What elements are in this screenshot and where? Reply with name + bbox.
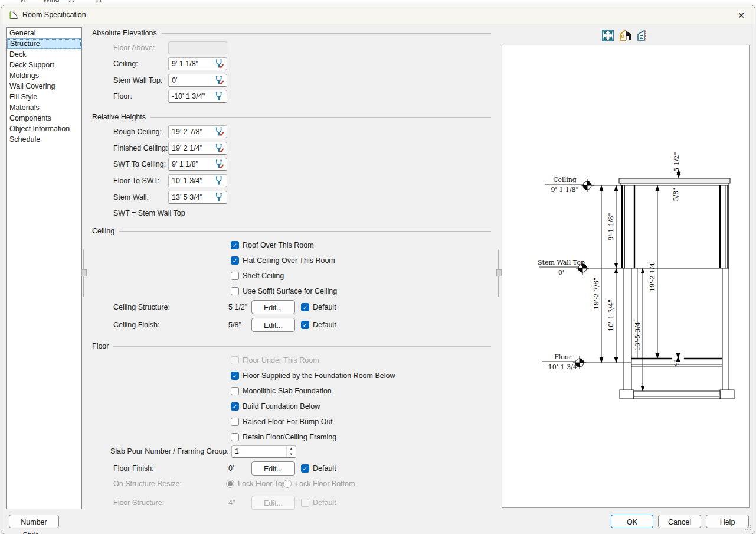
splitter-grip[interactable] — [81, 269, 87, 276]
sidebar-item-object-information[interactable]: Object Information — [7, 123, 81, 134]
floor-structure-value: 4" — [228, 496, 235, 510]
datum-markers — [573, 179, 594, 369]
wrench-default-icon[interactable] — [211, 175, 227, 187]
sidebar-item-fill-style[interactable]: Fill Style — [7, 92, 81, 102]
cancel-button[interactable]: Cancel — [658, 515, 701, 528]
fill-window-icon[interactable] — [601, 28, 615, 43]
slab-pour-number-stepper[interactable]: 1 ▲ ▼ — [231, 445, 296, 458]
dim-rough-ceiling: 19'-2 7/8" — [593, 278, 600, 310]
stem-wall-top-label: Stem Wall Top: — [113, 74, 162, 87]
rough-ceiling-label: Rough Ceiling: — [113, 125, 162, 138]
checkbox-box — [231, 418, 239, 426]
dim-floor-structure: 4" — [673, 360, 679, 367]
ceiling-field[interactable]: 9' 1 1/8" — [168, 57, 227, 70]
checkbox-box: ✓ — [301, 464, 309, 473]
floor-to-swt-field[interactable]: 10' 1 3/4" — [168, 174, 227, 187]
floor-finish-label: Floor Finish: — [113, 461, 154, 476]
datum-floor-name: Floor — [554, 353, 572, 361]
ceiling-structure-default-checkbox[interactable]: ✓Default — [301, 302, 336, 312]
shelf-ceiling-checkbox[interactable]: Shelf Ceiling — [231, 271, 284, 281]
swt-note: SWT = Stem Wall Top — [113, 209, 185, 217]
floor-field[interactable]: -10' 1 3/4" — [168, 90, 227, 103]
menu-fragment: H — [96, 0, 102, 4]
checkbox-box — [231, 287, 239, 295]
floor-structure-default-checkbox: Default — [301, 498, 336, 507]
stem-wall-label: Stem Wall: — [113, 191, 149, 204]
floor-finish-edit-button[interactable]: Edit... — [251, 461, 295, 476]
ceiling-finish-label: Ceiling Finish: — [113, 318, 160, 332]
sidebar-item-moldings[interactable]: Moldings — [7, 70, 81, 81]
help-button[interactable]: Help — [706, 515, 749, 528]
ceiling-structure-label: Ceiling Structure: — [113, 300, 170, 314]
room-specification-screen: Vi Wind A H Room Specification ✕ General… — [0, 0, 756, 534]
ceiling-finish-default-checkbox[interactable]: ✓Default — [301, 320, 336, 330]
group-ceiling: Ceiling — [92, 226, 491, 236]
swt-to-ceiling-field[interactable]: 9' 1 1/8" — [168, 158, 227, 171]
dialog-titlebar[interactable]: Room Specification ✕ — [1, 5, 755, 24]
group-rule — [113, 346, 491, 347]
left-pane-splitter[interactable] — [83, 250, 84, 297]
floor-above-field — [168, 41, 227, 54]
splitter-grip[interactable] — [496, 269, 502, 276]
sidebar-item-wall-covering[interactable]: Wall Covering — [7, 81, 81, 92]
sidebar-item-deck[interactable]: Deck — [7, 49, 81, 60]
ceiling-label: Ceiling: — [113, 57, 138, 70]
ok-button[interactable]: OK — [611, 515, 653, 528]
checkbox-box: ✓ — [231, 256, 239, 265]
close-icon[interactable]: ✕ — [735, 9, 747, 21]
group-rule — [119, 231, 491, 232]
wrench-modified-icon[interactable] — [211, 58, 227, 70]
checkbox-box: ✓ — [301, 303, 309, 311]
stem-wall-field[interactable]: 13' 5 3/4" — [168, 191, 227, 204]
floor-finish-default-checkbox[interactable]: ✓Default — [301, 464, 336, 473]
flat-ceiling-over-this-room-checkbox[interactable]: ✓Flat Ceiling Over This Room — [231, 256, 335, 265]
rough-ceiling-field[interactable]: 19' 2 7/8" — [168, 125, 227, 138]
slab-pour-number-label: Slab Pour Number / Framing Group: — [110, 445, 229, 458]
spin-down-icon[interactable]: ▼ — [287, 452, 296, 458]
dim-swt-to-ceiling: 9'-1 1/8" — [607, 213, 615, 241]
color-toggle-house-icon[interactable] — [618, 28, 633, 43]
checkbox-box — [231, 387, 239, 395]
wrench-default-icon[interactable] — [211, 90, 227, 102]
number-style-button[interactable]: Number Style... — [9, 515, 59, 528]
wrench-modified-icon[interactable] — [211, 158, 227, 170]
dim-ceiling-structure: 5 1/2" — [673, 152, 680, 171]
lock-floor-bottom-label: Lock Floor Bottom — [295, 478, 355, 489]
sidebar-item-deck-support[interactable]: Deck Support — [7, 60, 81, 70]
resize-grip[interactable] — [745, 525, 751, 530]
wrench-default-icon[interactable] — [211, 191, 227, 203]
datum-ceiling-value: 9'-1 1/8" — [551, 186, 579, 194]
dim-floor-to-swt: 10'-1 3/4" — [607, 299, 615, 331]
stem-wall-top-field[interactable]: 0' — [168, 74, 227, 87]
group-floor: Floor — [92, 341, 491, 351]
panel-list: General Structure Deck Deck Support Mold… — [6, 27, 82, 509]
floor-supplied-foundation-checkbox[interactable]: ✓Floor Supplied by the Foundation Room B… — [231, 371, 395, 380]
monolithic-slab-foundation-checkbox[interactable]: Monolithic Slab Foundation — [231, 386, 332, 396]
ceiling-finish-edit-button[interactable]: Edit... — [251, 318, 295, 332]
build-foundation-below-checkbox[interactable]: ✓Build Foundation Below — [231, 402, 320, 411]
spin-up-icon[interactable]: ▲ — [287, 446, 296, 452]
sidebar-item-schedule[interactable]: Schedule — [7, 134, 81, 145]
swt-to-ceiling-label: SWT To Ceiling: — [113, 158, 166, 171]
room-tool-icon — [8, 10, 18, 20]
right-pane-splitter[interactable] — [498, 250, 499, 297]
sidebar-item-structure[interactable]: Structure — [7, 38, 81, 49]
sidebar-item-materials[interactable]: Materials — [7, 102, 81, 113]
sidebar-item-components[interactable]: Components — [7, 113, 81, 123]
section-view-icon[interactable] — [636, 28, 650, 43]
dim-stem-wall: 13'-5 3/4" — [634, 319, 642, 351]
group-absolute-elevations: Absolute Elevations — [92, 28, 491, 38]
sidebar-item-general[interactable]: General — [7, 28, 81, 38]
use-soffit-surface-checkbox[interactable]: Use Soffit Surface for Ceiling — [231, 286, 337, 296]
floor-structure-edit-button: Edit... — [251, 496, 295, 510]
floor-under-this-room-checkbox: Floor Under This Room — [231, 356, 319, 365]
wrench-modified-icon[interactable] — [211, 74, 227, 86]
roof-over-this-room-checkbox[interactable]: ✓Roof Over This Room — [231, 240, 314, 250]
datum-swt-name: Stem Wall Top — [538, 259, 585, 266]
raised-floor-bump-out-checkbox[interactable]: Raised Floor For Bump Out — [231, 417, 333, 426]
wrench-modified-icon[interactable] — [211, 126, 227, 138]
finished-ceiling-field[interactable]: 19' 2 1/4" — [168, 142, 227, 155]
ceiling-structure-edit-button[interactable]: Edit... — [251, 300, 295, 314]
wrench-modified-icon[interactable] — [211, 142, 227, 154]
retain-floor-ceiling-framing-checkbox[interactable]: Retain Floor/Ceiling Framing — [231, 432, 336, 442]
